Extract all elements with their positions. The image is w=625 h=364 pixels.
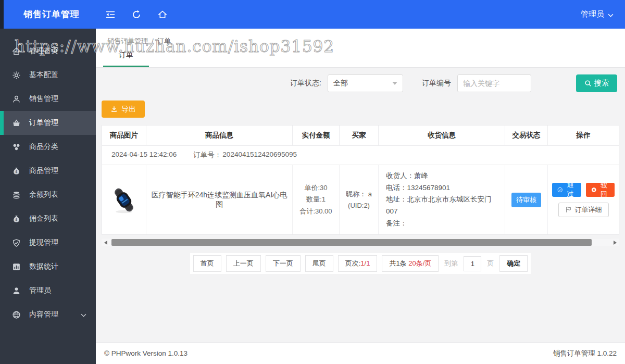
sidebar-item-product-category[interactable]: 商品分类 bbox=[0, 135, 96, 159]
breadcrumb: 销售订单管理 / 订单 bbox=[96, 29, 625, 47]
approve-button[interactable]: 通过 bbox=[552, 183, 581, 197]
sidebar-item-data-stats[interactable]: 数据统计 bbox=[0, 255, 96, 279]
topbar-icons bbox=[96, 9, 168, 20]
col-header-product-info: 商品信息 bbox=[146, 125, 293, 145]
scrollbar-track[interactable] bbox=[110, 239, 611, 246]
quantity: 数量:1 bbox=[306, 194, 326, 206]
x-circle-icon bbox=[591, 186, 597, 193]
select-caret-icon bbox=[392, 82, 397, 85]
app-title: 销售订单管理 bbox=[0, 8, 96, 20]
search-button[interactable]: 搜索 bbox=[576, 74, 617, 92]
buyer-nickname: 昵称： a bbox=[346, 189, 372, 200]
breadcrumb-current[interactable]: 订单 bbox=[157, 37, 171, 45]
category-cluster-icon bbox=[12, 143, 21, 152]
goto-page-input[interactable] bbox=[464, 256, 481, 271]
svg-text:$: $ bbox=[15, 218, 17, 222]
download-icon bbox=[110, 106, 118, 113]
search-button-label: 搜索 bbox=[594, 79, 609, 88]
breadcrumb-separator: / bbox=[152, 37, 154, 45]
sidebar-item-withdraw-mgmt[interactable]: 提现管理 bbox=[0, 231, 96, 255]
order-no-label: 订单编号 bbox=[422, 79, 451, 88]
sidebar-item-label: 内容管理 bbox=[29, 310, 58, 319]
pagination-last[interactable]: 尾页 bbox=[305, 255, 333, 272]
export-button-label: 导出 bbox=[121, 105, 136, 114]
sidebar-item-balance-list[interactable]: 余额列表 bbox=[0, 183, 96, 207]
order-no-value: 2024041512420695095 bbox=[222, 150, 297, 160]
total-count: 共1条 bbox=[389, 259, 406, 267]
total-amount: 合计:30.00 bbox=[299, 206, 332, 218]
chevron-down-icon bbox=[81, 310, 86, 319]
gear-icon bbox=[12, 71, 21, 80]
horizontal-scrollbar bbox=[102, 239, 619, 246]
order-status-selected-value: 全部 bbox=[333, 79, 348, 88]
col-header-product-image: 商品图片 bbox=[102, 125, 146, 145]
goto-confirm-button[interactable]: 确定 bbox=[499, 255, 528, 272]
sidebar-item-label: 余额列表 bbox=[29, 190, 58, 199]
globe-icon bbox=[12, 310, 21, 319]
user-icon bbox=[12, 95, 21, 104]
pagination-first[interactable]: 首页 bbox=[193, 255, 221, 272]
content-area: 订单状态: 全部 订单编号 搜索 导出 bbox=[96, 68, 625, 342]
sidebar-item-label: 提现管理 bbox=[29, 238, 58, 247]
page-body: https://www.huzhan.com/ishop31592 https:… bbox=[0, 29, 625, 364]
sidebar-item-admin-home[interactable]: 管理首页 bbox=[0, 39, 96, 63]
coins-icon bbox=[12, 191, 21, 199]
sidebar-item-commission-list[interactable]: $ 佣金列表 bbox=[0, 207, 96, 231]
shield-check-icon bbox=[12, 239, 21, 247]
person-icon bbox=[12, 286, 21, 295]
sidebar-item-order-mgmt[interactable]: 订单管理 bbox=[0, 111, 96, 135]
scroll-left-arrow[interactable] bbox=[102, 239, 110, 246]
ship-address: 地址：北京市北京市东城区长安门007 bbox=[386, 194, 501, 217]
home-icon[interactable] bbox=[157, 9, 168, 20]
sidebar-item-sales-mgmt[interactable]: 销售管理 bbox=[0, 87, 96, 111]
col-header-paid-amount: 实付金额 bbox=[293, 125, 340, 145]
reject-label: 驳回 bbox=[598, 180, 609, 199]
order-row: 医疗智能手环24h连续监测血压血氧AI心电图 单价:30 数量:1 合计:30.… bbox=[102, 165, 619, 234]
order-meta-row: 2024-04-15 12:42:06 订单号： 202404151242069… bbox=[102, 146, 619, 165]
product-image[interactable] bbox=[109, 185, 139, 215]
reject-button[interactable]: 驳回 bbox=[586, 183, 615, 197]
sidebar-item-label: 佣金列表 bbox=[29, 214, 58, 223]
order-detail-button[interactable]: 订单详细 bbox=[558, 203, 609, 217]
pagination-total: 共1条 20条/页 bbox=[382, 255, 439, 272]
order-datetime: 2024-04-15 12:42:06 bbox=[111, 150, 177, 160]
order-no-label: 订单号： bbox=[193, 150, 221, 160]
svg-text:$: $ bbox=[15, 170, 17, 174]
sidebar-item-label: 数据统计 bbox=[29, 262, 58, 271]
unit-price: 单价:30 bbox=[304, 182, 327, 194]
pagination-row: 首页 上一页 下一页 尾页 页次:1/1 共1条 20条/页 到第 bbox=[102, 253, 619, 274]
export-button[interactable]: 导出 bbox=[102, 101, 145, 118]
tab-orders[interactable]: 订单 bbox=[103, 51, 149, 67]
refresh-icon[interactable] bbox=[131, 9, 142, 20]
goto-suffix: 页 bbox=[486, 259, 495, 268]
sidebar-item-product-mgmt[interactable]: $ 商品管理 bbox=[0, 159, 96, 183]
sidebar-item-administrator[interactable]: 管理员 bbox=[0, 279, 96, 303]
page-info-label: 页次: bbox=[345, 259, 361, 267]
sidebar-item-label: 商品管理 bbox=[29, 166, 58, 175]
approve-label: 通过 bbox=[565, 180, 576, 199]
col-header-buyer: 买家 bbox=[340, 125, 379, 145]
status-badge: 待审核 bbox=[511, 193, 541, 207]
footer-version: 销售订单管理 1.0.22 bbox=[553, 349, 617, 358]
home-icon bbox=[12, 47, 21, 56]
product-title: 医疗智能手环24h连续监测血压血氧AI心电图 bbox=[146, 165, 293, 234]
keyword-input[interactable] bbox=[457, 74, 531, 92]
filter-row: 订单状态: 全部 订单编号 搜索 bbox=[102, 74, 619, 92]
pagination-page-info: 页次:1/1 bbox=[338, 255, 378, 272]
scrollbar-thumb[interactable] bbox=[111, 239, 592, 246]
sidebar-item-content-mgmt[interactable]: 内容管理 bbox=[0, 303, 96, 327]
pagination-next[interactable]: 下一页 bbox=[266, 255, 301, 272]
collapse-menu-icon[interactable] bbox=[105, 9, 116, 20]
ship-receiver: 收货人：萧峰 bbox=[386, 170, 428, 182]
order-status-select[interactable]: 全部 bbox=[328, 74, 403, 92]
basket-icon bbox=[12, 119, 21, 128]
sidebar: 管理首页 基本配置 销售管理 订单管理 bbox=[0, 29, 96, 364]
footer: © PHPwork Version 1.0.13 销售订单管理 1.0.22 bbox=[96, 342, 625, 364]
scroll-right-arrow[interactable] bbox=[611, 239, 619, 246]
sidebar-item-basic-config[interactable]: 基本配置 bbox=[0, 63, 96, 87]
user-menu[interactable]: 管理员 bbox=[581, 9, 625, 19]
shipping-info-cell: 收货人：萧峰 电话：13245678901 地址：北京市北京市东城区长安门007… bbox=[379, 165, 505, 234]
pagination-prev[interactable]: 上一页 bbox=[226, 255, 261, 272]
breadcrumb-parent[interactable]: 销售订单管理 bbox=[107, 37, 148, 45]
per-page: 20条/页 bbox=[408, 259, 431, 267]
